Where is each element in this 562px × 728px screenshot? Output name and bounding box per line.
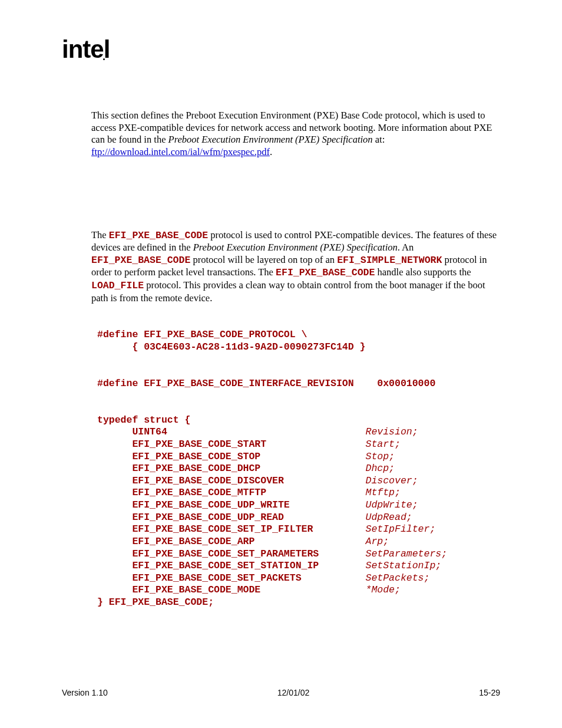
intro-paragraph: This section defines the Preboot Executi… xyxy=(91,110,500,159)
intel-logo: intel xyxy=(62,35,110,64)
spec-title: Preboot Execution Environment (PXE) Spec… xyxy=(193,242,398,253)
text: . An xyxy=(398,242,414,253)
footer-version: Version 1.10 xyxy=(62,688,108,697)
code-token: EFI_PXE_BASE_CODE xyxy=(91,255,190,266)
pxe-spec-link[interactable]: ftp://download.intel.com/ial/wfm/pxespec… xyxy=(91,146,270,157)
text: handle also supports the xyxy=(375,266,471,278)
footer-date: 12/01/02 xyxy=(277,688,310,697)
text: at: xyxy=(373,134,385,145)
code-token: EFI_SIMPLE_NETWORK xyxy=(337,255,442,266)
footer-page: 15-29 xyxy=(479,688,500,697)
spec-title: Preboot Execution Environment (PXE) Spec… xyxy=(168,134,373,145)
description-paragraph: The EFI_PXE_BASE_CODE protocol is used t… xyxy=(91,229,500,305)
text: . xyxy=(270,146,272,157)
code-token: LOAD_FILE xyxy=(91,280,144,291)
code-token: EFI_PXE_BASE_CODE xyxy=(276,267,375,278)
text: protocol will be layered on top of an xyxy=(190,254,337,265)
text: protocol. This provides a clean way to o… xyxy=(91,279,485,304)
code-block: #define EFI_PXE_BASE_CODE_PROTOCOL \ { 0… xyxy=(97,329,500,608)
page-footer: Version 1.10 12/01/02 15-29 xyxy=(62,688,500,697)
code-token: EFI_PXE_BASE_CODE xyxy=(109,230,208,241)
text: The xyxy=(91,229,109,241)
